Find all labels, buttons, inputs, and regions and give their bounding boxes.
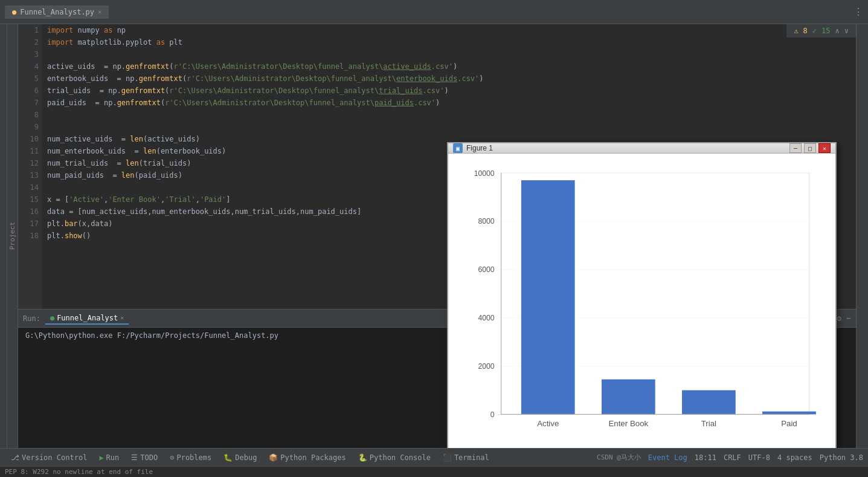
figure-window: ▣ Figure 1 ─ □ ✕ xyxy=(447,142,837,448)
bar-paid xyxy=(762,412,816,415)
run-tab-close[interactable]: ✕ xyxy=(120,314,124,321)
figure-app-icon: ▣ xyxy=(453,143,463,153)
svg-text:8000: 8000 xyxy=(478,217,494,226)
todo-icon: ☰ xyxy=(131,453,138,462)
bar-active xyxy=(521,180,575,414)
packages-icon: 📦 xyxy=(269,453,278,462)
code-line-6: trial_uids = np.genfromtxt(r'C:\Users\Ad… xyxy=(47,85,851,97)
code-line-7: paid_uids = np.genfromtxt(r'C:\Users\Adm… xyxy=(47,97,851,109)
pep-message: PEP 8: W292 no newline at end of file xyxy=(5,468,153,476)
code-line-4: active_uids = np.genfromtxt(r'C:\Users\A… xyxy=(47,60,851,73)
project-panel-label[interactable]: Project xyxy=(7,24,18,448)
figure-titlebar: ▣ Figure 1 ─ □ ✕ xyxy=(448,143,835,154)
cursor-position: 18:11 xyxy=(695,453,716,462)
indent-info[interactable]: 4 spaces xyxy=(777,453,812,462)
problems-label: Problems xyxy=(176,453,211,462)
bar-enterbook xyxy=(602,379,655,414)
python-console-button[interactable]: 🐍 Python Console xyxy=(352,449,437,466)
figure-maximize-button[interactable]: □ xyxy=(804,143,816,153)
status-bar: ⎇ Version Control ▶ Run ☰ TODO ⊙ Problem… xyxy=(0,448,868,466)
problems-icon: ⊙ xyxy=(170,453,174,462)
figure-close-button[interactable]: ✕ xyxy=(818,143,831,153)
debug-button[interactable]: 🐛 Debug xyxy=(217,449,263,466)
version-control-button[interactable]: ⎇ Version Control xyxy=(5,449,93,466)
tab-close[interactable]: ✕ xyxy=(98,8,101,15)
code-line-5: enterbook_uids = np.genfromtxt(r'C:\User… xyxy=(47,73,851,85)
svg-text:Paid: Paid xyxy=(781,419,797,428)
problems-button[interactable]: ⊙ Problems xyxy=(164,449,217,466)
svg-text:2000: 2000 xyxy=(478,362,494,371)
tab-label: Funnel_Analyst.py xyxy=(20,8,94,16)
figure-window-buttons[interactable]: ─ □ ✕ xyxy=(789,143,831,153)
vcs-label: Version Control xyxy=(22,453,87,462)
status-right: CSDN @马大小 Event Log 18:11 CRLF UTF-8 4 s… xyxy=(597,453,863,462)
svg-text:6000: 6000 xyxy=(478,265,494,274)
terminal-icon: ⬛ xyxy=(443,453,452,462)
run-tab-funnel[interactable]: ● Funnel_Analyst ✕ xyxy=(45,313,129,325)
todo-button[interactable]: ☰ TODO xyxy=(125,449,164,466)
line-numbers: 1 2 3 4 5 6 7 8 9 10 11 12 13 14 xyxy=(18,24,42,309)
code-line-3 xyxy=(47,48,851,60)
run-status-icon: ▶ xyxy=(99,453,103,462)
collapse-icon[interactable]: ∨ xyxy=(844,27,849,35)
pep-message-bar: PEP 8: W292 no newline at end of file xyxy=(0,466,868,477)
code-line-9 xyxy=(47,121,851,133)
debug-label: Debug xyxy=(235,453,257,462)
right-sidebar xyxy=(856,24,868,448)
run-tab-icon: ● xyxy=(50,314,54,322)
ok-count: 15 xyxy=(821,27,830,35)
run-status-label: Run xyxy=(106,453,120,462)
csdn-label: CSDN @马大小 xyxy=(597,453,641,462)
run-settings-button[interactable]: ⚙ xyxy=(837,314,841,323)
terminal-label: Terminal xyxy=(454,453,489,462)
vcs-icon: ⎇ xyxy=(11,453,19,462)
line-separator[interactable]: CRLF xyxy=(724,453,741,462)
figure-chart-area: 0 2000 4000 6000 8000 xyxy=(448,154,835,448)
terminal-button[interactable]: ⬛ Terminal xyxy=(437,449,495,466)
file-tab[interactable]: ● Funnel_Analyst.py ✕ xyxy=(5,5,109,19)
svg-text:Active: Active xyxy=(537,419,559,428)
warnings-bar: ⚠ 8 ✓ 15 ∧ ∨ xyxy=(786,24,856,37)
event-log-label[interactable]: Event Log xyxy=(648,453,687,462)
code-line-2: import matplotlib.pyplot as plt xyxy=(47,36,851,48)
tab-bar: ● Funnel_Analyst.py ✕ ⋮ xyxy=(0,0,868,24)
warning-icon: ⚠ xyxy=(794,27,798,35)
run-status-button[interactable]: ▶ Run xyxy=(93,449,125,466)
warning-count: 8 xyxy=(803,27,808,35)
encoding[interactable]: UTF-8 xyxy=(748,453,770,462)
python-packages-button[interactable]: 📦 Python Packages xyxy=(263,449,352,466)
bar-chart: 0 2000 4000 6000 8000 xyxy=(454,160,829,448)
python-version: Python 3.8 xyxy=(820,453,863,462)
code-line-8 xyxy=(47,109,851,121)
console-label: Python Console xyxy=(370,453,431,462)
svg-text:4000: 4000 xyxy=(478,314,494,322)
figure-title: Figure 1 xyxy=(466,144,789,152)
top-right-actions: ⋮ xyxy=(854,6,863,18)
run-tab-label: Funnel_Analyst xyxy=(57,314,118,322)
svg-text:Trial: Trial xyxy=(701,419,716,428)
todo-label: TODO xyxy=(140,453,158,462)
project-sidebar xyxy=(0,24,7,448)
code-line-1: import numpy as np xyxy=(47,24,851,36)
packages-label: Python Packages xyxy=(280,453,346,462)
file-icon: ● xyxy=(12,8,16,16)
bar-trial xyxy=(682,390,736,414)
svg-text:0: 0 xyxy=(490,410,495,419)
figure-minimize-button[interactable]: ─ xyxy=(789,143,802,153)
console-icon: 🐍 xyxy=(358,453,367,462)
run-label: Run: xyxy=(23,314,40,323)
more-icon[interactable]: ⋮ xyxy=(854,6,863,18)
svg-text:10000: 10000 xyxy=(474,169,495,178)
debug-icon: 🐛 xyxy=(223,453,233,462)
svg-text:Enter Book: Enter Book xyxy=(608,419,648,428)
ok-icon: ✓ xyxy=(812,27,817,35)
editor-area: 1 2 3 4 5 6 7 8 9 10 11 12 13 14 xyxy=(18,24,856,448)
run-minus-button[interactable]: − xyxy=(846,314,851,323)
expand-icon[interactable]: ∧ xyxy=(835,27,840,35)
